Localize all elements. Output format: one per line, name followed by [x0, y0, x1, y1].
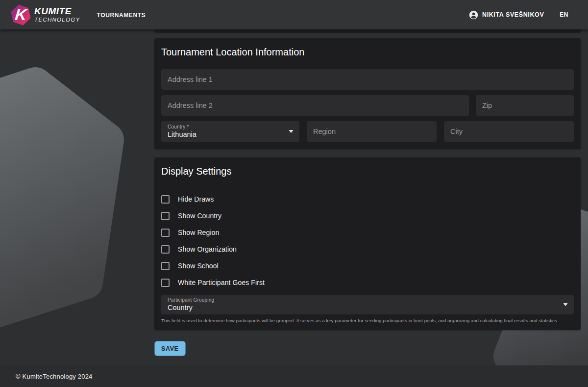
address-line-2-input[interactable] [161, 95, 469, 116]
brand-logo[interactable]: K KUMITE TECHNOLOGY [12, 4, 80, 26]
checkbox-label: Show Organization [178, 245, 237, 253]
top-navbar: K KUMITE TECHNOLOGY TOURNAMENTS NIKITA S… [0, 0, 588, 29]
checkbox-label: Show Region [178, 229, 219, 236]
main-content-column: Tournament Location Information Country … [154, 29, 581, 356]
checkbox-box-icon[interactable] [161, 245, 170, 254]
grouping-select-label: Participant Grouping [168, 297, 559, 303]
participant-grouping-select[interactable]: Participant Grouping Country [161, 295, 574, 314]
display-card-title: Display Settings [161, 164, 574, 178]
chevron-down-icon [289, 130, 294, 133]
checkbox-box-icon[interactable] [161, 279, 170, 287]
location-card-title: Tournament Location Information [161, 45, 574, 59]
checkbox-label: Show School [178, 262, 219, 270]
checkbox-show-school[interactable]: Show School [161, 261, 574, 270]
grouping-select-value: Country [168, 304, 559, 312]
brand-subname: TECHNOLOGY [34, 17, 80, 23]
checkbox-box-icon[interactable] [161, 262, 170, 270]
brand-name: KUMITE [34, 6, 80, 16]
previous-card-partial [154, 29, 581, 33]
checkbox-hide-draws[interactable]: Hide Draws [161, 195, 574, 204]
checkbox-label: Show Country [178, 212, 221, 220]
user-menu[interactable]: NIKITA SVEŠNIKOV [469, 10, 544, 20]
copyright-text: © KumiteTechnology 2024 [16, 373, 93, 380]
display-settings-card: Display Settings Hide Draws Show Country… [154, 157, 581, 330]
checkbox-list: Hide Draws Show Country Show Region Show… [161, 195, 574, 287]
zip-input[interactable] [476, 95, 574, 116]
account-circle-icon [469, 10, 478, 20]
city-input[interactable] [444, 121, 574, 142]
brand-hexagon-icon: K [10, 2, 32, 27]
checkbox-label: White Participant Goes First [178, 279, 265, 286]
country-select-label: Country * [168, 124, 285, 130]
checkbox-box-icon[interactable] [161, 229, 170, 237]
grouping-helper-text: This field is used to determine how part… [161, 318, 574, 323]
address-line-1-input[interactable] [161, 69, 574, 90]
nav-item-tournaments[interactable]: TOURNAMENTS [97, 12, 146, 19]
region-input[interactable] [307, 121, 437, 142]
country-select[interactable]: Country * Lithuania [161, 121, 299, 142]
checkbox-show-organization[interactable]: Show Organization [161, 245, 574, 254]
checkbox-box-icon[interactable] [161, 212, 170, 220]
brand-letter: K [14, 6, 27, 22]
checkbox-white-participant-first[interactable]: White Participant Goes First [161, 278, 574, 287]
language-switcher[interactable]: EN [560, 11, 568, 18]
checkbox-box-icon[interactable] [161, 195, 170, 204]
checkbox-show-country[interactable]: Show Country [161, 211, 574, 220]
user-name: NIKITA SVEŠNIKOV [482, 11, 544, 18]
country-select-value: Lithuania [168, 130, 285, 139]
left-pentagon-shape [0, 84, 107, 319]
location-info-card: Tournament Location Information Country … [154, 38, 581, 149]
page-body: Tournament Location Information Country … [0, 29, 588, 365]
checkbox-label: Hide Draws [178, 195, 214, 203]
chevron-down-icon [563, 303, 568, 306]
checkbox-show-region[interactable]: Show Region [161, 228, 574, 237]
brand-text: KUMITE TECHNOLOGY [34, 6, 80, 23]
page-footer: © KumiteTechnology 2024 [0, 365, 588, 387]
save-button[interactable]: SAVE [154, 341, 186, 356]
